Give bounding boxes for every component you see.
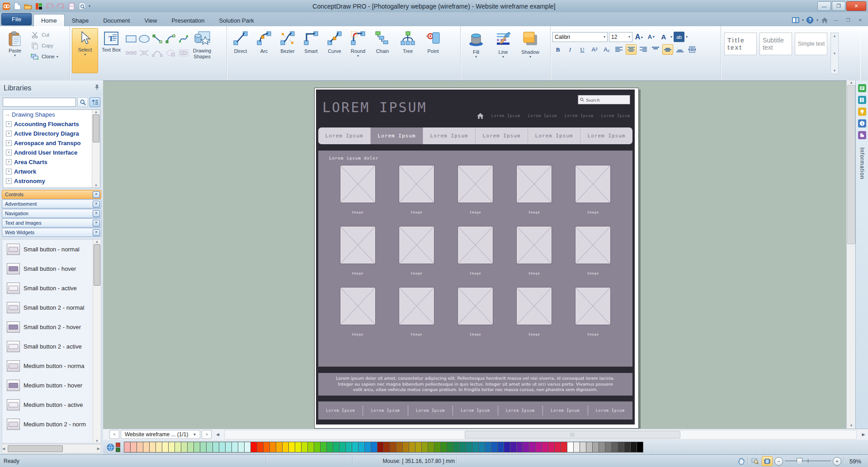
ellipse-tool-icon[interactable] xyxy=(137,32,151,46)
library-item-medium-button-norma[interactable]: Medium button - norma xyxy=(2,356,101,376)
image-placeholder[interactable] xyxy=(575,287,611,325)
grow-font-button[interactable]: A▲ xyxy=(634,32,645,42)
color-swatch[interactable] xyxy=(441,442,447,453)
font-size-select[interactable]: 12▾ xyxy=(609,32,632,42)
tab-document[interactable]: Document xyxy=(96,14,137,26)
color-swatch[interactable] xyxy=(264,442,270,453)
color-swatch[interactable] xyxy=(276,442,283,453)
color-swatch[interactable] xyxy=(377,442,384,453)
connector-direct-button[interactable]: Direct xyxy=(229,28,252,73)
italic-button[interactable]: I xyxy=(565,44,576,55)
wireframe-search-box[interactable]: Search xyxy=(578,95,630,104)
minimize-button[interactable]: — xyxy=(817,1,831,11)
color-swatch[interactable] xyxy=(169,442,175,453)
home-screen-icon[interactable] xyxy=(821,17,829,24)
zoom-slider[interactable] xyxy=(785,457,831,466)
canvas-scroll-down-icon[interactable]: ▼ xyxy=(849,424,853,428)
library-item-medium-button-2-norm[interactable]: Medium button 2 - norm xyxy=(2,415,101,434)
items-scroll-down-icon[interactable]: ▼ xyxy=(95,439,99,443)
color-swatch[interactable] xyxy=(150,442,156,453)
library-item-small-button-2-normal[interactable]: Small button 2 - normal xyxy=(2,298,101,317)
library-item-medium-button-active[interactable]: Medium button - active xyxy=(2,395,101,415)
canvas-vscroll-thumb[interactable] xyxy=(847,85,855,244)
color-swatch[interactable] xyxy=(396,442,403,453)
default-colors-icon[interactable] xyxy=(116,443,120,452)
image-placeholder[interactable] xyxy=(575,226,611,264)
tree-item-artwork[interactable]: +Artwork xyxy=(3,167,100,176)
close-library-icon[interactable]: × xyxy=(93,210,100,217)
image-placeholder[interactable] xyxy=(458,165,493,203)
color-swatch[interactable] xyxy=(555,442,561,453)
save-icon[interactable] xyxy=(67,2,76,11)
expand-icon[interactable]: + xyxy=(6,140,12,146)
zoom-area-icon[interactable] xyxy=(750,457,760,466)
subscript-button[interactable]: A₂ xyxy=(601,44,612,55)
undo-icon[interactable] xyxy=(45,2,54,11)
line-style-button[interactable]: Line▾ xyxy=(490,28,517,73)
wireframe-footer-link-4[interactable]: Lorem Ipsum xyxy=(453,406,498,415)
valign-bottom-button[interactable] xyxy=(675,44,685,55)
color-swatch[interactable] xyxy=(618,442,624,453)
previous-page-button[interactable]: < xyxy=(109,430,119,439)
help-icon[interactable]: ? xyxy=(806,17,814,24)
bold-button[interactable]: B xyxy=(552,44,563,55)
color-swatch[interactable] xyxy=(403,442,409,453)
color-swatch[interactable] xyxy=(245,442,251,453)
connector-point-button[interactable]: Point xyxy=(420,28,446,73)
wireframe-nav-tab-2[interactable]: Lorem Ipsum xyxy=(371,127,423,144)
color-swatch[interactable] xyxy=(542,442,548,453)
color-swatch[interactable] xyxy=(232,442,238,453)
color-swatch[interactable] xyxy=(631,442,637,453)
color-swatch[interactable] xyxy=(548,442,555,453)
zoom-slider-knob[interactable] xyxy=(797,458,802,465)
color-swatch[interactable] xyxy=(422,442,428,453)
document-close-button[interactable]: ✕ xyxy=(855,16,865,24)
text-preset-simple-text[interactable]: Simple text xyxy=(795,33,827,55)
fill-style-button[interactable]: Fill▾ xyxy=(462,28,490,73)
wireframe-footer-link-7[interactable]: Lorem Ipsum xyxy=(588,406,632,415)
color-swatch[interactable] xyxy=(295,442,302,453)
close-library-icon[interactable]: × xyxy=(93,229,100,236)
close-library-icon[interactable]: × xyxy=(93,191,100,198)
text-box-button[interactable]: T Text Box xyxy=(98,28,124,73)
curve-edit-tool-icon[interactable] xyxy=(151,46,164,60)
library-group-web-widgets[interactable]: Web Widgets× xyxy=(2,228,101,237)
color-swatch[interactable] xyxy=(188,442,194,453)
color-swatch[interactable] xyxy=(453,442,460,453)
items-scrollbar[interactable]: ▲ ▼ xyxy=(93,240,101,443)
library-item-small-button-2-active[interactable]: Small button 2 - active xyxy=(2,337,101,356)
color-swatch[interactable] xyxy=(251,442,257,453)
color-swatch[interactable] xyxy=(491,442,498,453)
color-swatch[interactable] xyxy=(434,442,441,453)
wireframe-nav-tab-4[interactable]: Lorem Ipsum xyxy=(476,127,528,144)
color-swatch[interactable] xyxy=(466,442,472,453)
color-swatch[interactable] xyxy=(359,442,365,453)
color-swatch[interactable] xyxy=(485,442,491,453)
redo-icon[interactable] xyxy=(56,2,65,11)
info-panel-icon[interactable]: i xyxy=(858,119,866,127)
items-scroll-up-icon[interactable]: ▲ xyxy=(95,240,99,244)
color-swatch[interactable] xyxy=(346,442,352,453)
wireframe-top-link-2[interactable]: Lorem Ipsum xyxy=(528,114,557,118)
canvas-horizontal-scrollbar[interactable]: ||| xyxy=(224,430,857,439)
color-swatch[interactable] xyxy=(447,442,453,453)
expand-icon[interactable]: + xyxy=(6,159,12,165)
document-restore-button[interactable]: ❐ xyxy=(843,16,853,24)
color-swatch[interactable] xyxy=(460,442,466,453)
drawing-canvas[interactable]: LOREM IPSUM Search Lorem IpsumLorem Ipsu… xyxy=(103,80,846,429)
image-placeholder[interactable] xyxy=(340,287,376,325)
new-document-icon[interactable] xyxy=(13,2,22,11)
color-swatch[interactable] xyxy=(302,442,308,453)
color-swatch[interactable] xyxy=(529,442,536,453)
color-swatch[interactable] xyxy=(523,442,529,453)
wireframe-footer-link-6[interactable]: Lorem Ipsum xyxy=(543,406,588,415)
superscript-button[interactable]: A² xyxy=(589,44,600,55)
color-swatch[interactable] xyxy=(415,442,422,453)
tree-item-aerospace-and-transpo[interactable]: +Aerospace and Transpo xyxy=(3,138,100,148)
tab-file[interactable]: File xyxy=(1,13,32,25)
items-scroll-left-icon[interactable]: ◀ xyxy=(2,447,5,451)
library-group-navigation[interactable]: Navigation× xyxy=(2,209,101,218)
connector-smart-button[interactable]: Smart xyxy=(299,28,323,73)
tree-item-astronomy[interactable]: +Astronomy xyxy=(3,176,100,186)
valign-middle-button[interactable] xyxy=(662,44,673,55)
